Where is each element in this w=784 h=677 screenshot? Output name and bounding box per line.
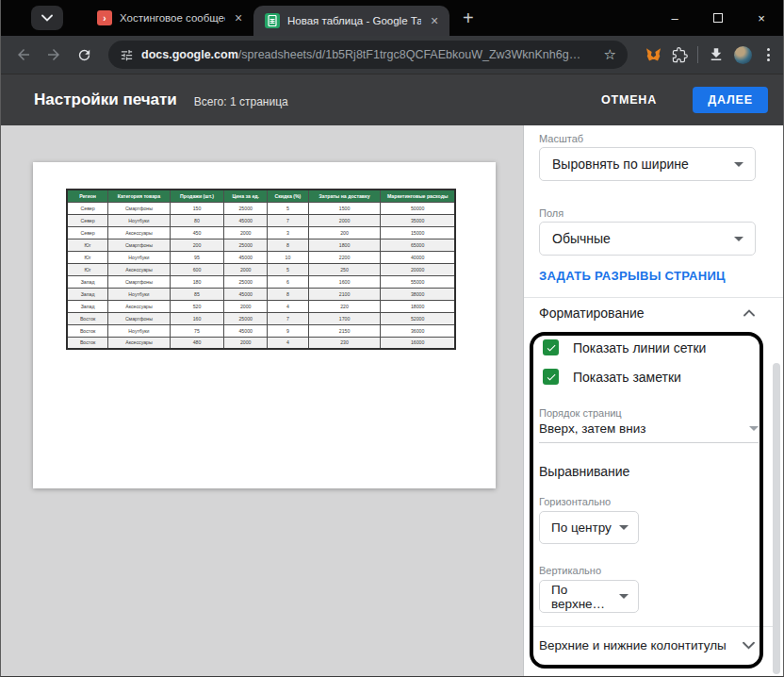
minimize-button[interactable]: – xyxy=(653,11,696,25)
print-settings-header: Настройки печати Всего: 1 страница ОТМЕН… xyxy=(1,74,783,125)
page-order-select[interactable]: Вверх, затем вниз xyxy=(539,421,759,443)
toolbar-separator xyxy=(697,46,698,63)
vertical-align-dropdown[interactable]: По верхне… xyxy=(539,580,639,613)
table-cell: Юг xyxy=(67,239,108,251)
metamask-fox-icon xyxy=(645,46,662,63)
tab-search-button[interactable] xyxy=(31,6,63,30)
page-order-value: Вверх, затем вниз xyxy=(539,421,645,436)
vertical-value: По верхне… xyxy=(551,583,619,611)
table-cell: 200 xyxy=(170,239,224,251)
checkbox-label: Показать заметки xyxy=(573,370,681,385)
download-icon xyxy=(708,46,725,63)
table-cell: 1600 xyxy=(308,275,381,288)
page-title: Настройки печати xyxy=(34,91,177,109)
panel-scrollbar[interactable] xyxy=(773,363,780,674)
table-cell: 45000 xyxy=(224,251,268,263)
tab-bar: › Хостинговое сообщество «Tim × Новая та… xyxy=(1,0,783,36)
profile-button[interactable] xyxy=(734,46,752,64)
tab-google-sheets[interactable]: Новая таблица - Google Табли × xyxy=(253,6,449,36)
table-cell: 15000 xyxy=(381,226,455,239)
table-cell: 55000 xyxy=(381,275,455,288)
table-cell: 85 xyxy=(170,288,224,300)
table-cell: 8 xyxy=(268,239,309,251)
scale-value: Выровнять по ширине xyxy=(552,157,689,172)
table-cell: 480 xyxy=(170,337,224,349)
table-header-cell: Маркетинговые расходы xyxy=(381,190,455,202)
table-cell: 36000 xyxy=(381,324,455,337)
reload-button[interactable] xyxy=(71,41,97,68)
metamask-extension-button[interactable] xyxy=(645,46,662,63)
table-cell: 2000 xyxy=(308,214,381,226)
forward-button[interactable] xyxy=(41,41,67,68)
address-bar[interactable]: docs.google.com/spreadsheets/d/1b5Rj8tF1… xyxy=(108,41,628,69)
table-cell: 220 xyxy=(308,300,381,312)
red-arrow-favicon-icon: › xyxy=(97,10,112,25)
show-gridlines-checkbox-row[interactable]: Показать линии сетки xyxy=(543,339,768,355)
downloads-button[interactable] xyxy=(708,46,725,63)
bookmark-star-icon[interactable]: ☆ xyxy=(604,46,616,63)
checkbox-checked-icon[interactable] xyxy=(543,369,559,385)
set-page-breaks-link[interactable]: ЗАДАТЬ РАЗРЫВЫ СТРАНИЦ xyxy=(539,269,726,283)
table-cell: Смартфоны xyxy=(108,312,171,324)
table-cell: 2200 xyxy=(308,251,381,263)
show-notes-checkbox-row[interactable]: Показать заметки xyxy=(543,369,768,385)
table-cell: Смартфоны xyxy=(108,202,171,214)
table-cell: 4 xyxy=(268,300,309,312)
kebab-menu-icon xyxy=(767,48,770,51)
table-cell: Ноутбуки xyxy=(108,288,171,300)
tab-title: Хостинговое сообщество «Tim xyxy=(120,12,225,24)
extensions-puzzle-icon xyxy=(672,47,688,63)
back-button[interactable] xyxy=(10,41,37,68)
back-arrow-icon xyxy=(15,46,32,63)
table-cell: 4 xyxy=(268,337,309,349)
checkbox-checked-icon[interactable] xyxy=(543,339,559,355)
new-tab-button[interactable]: + xyxy=(463,8,474,27)
table-cell: 9 xyxy=(268,324,309,337)
formatting-section-header[interactable]: Форматирование xyxy=(524,298,783,328)
table-cell: 150 xyxy=(170,202,224,214)
table-cell: 7 xyxy=(268,214,309,226)
table-cell: 16000 xyxy=(381,337,455,349)
margins-dropdown[interactable]: Обычные xyxy=(539,222,756,256)
table-cell: 2150 xyxy=(308,324,381,337)
table-row: ВостокНоутбуки75450009215036000 xyxy=(67,324,455,337)
tab-title: Новая таблица - Google Табли xyxy=(287,15,421,26)
table-cell: 250 xyxy=(308,263,381,275)
reload-icon xyxy=(76,47,92,63)
table-cell: 450 xyxy=(170,226,224,239)
table-cell: 5 xyxy=(268,263,309,275)
headers-footers-section-header[interactable]: Верхние и нижние колонтитулы xyxy=(524,627,783,664)
table-cell: 20000 xyxy=(381,263,455,275)
maximize-button[interactable] xyxy=(696,11,740,25)
table-cell: Север xyxy=(67,226,108,239)
formatting-title: Форматирование xyxy=(539,305,645,321)
next-button[interactable]: ДАЛЕЕ xyxy=(693,87,768,113)
table-cell: 45000 xyxy=(224,324,268,337)
cancel-button[interactable]: ОТМЕНА xyxy=(601,93,657,107)
horizontal-align-dropdown[interactable]: По центру xyxy=(539,511,639,544)
table-cell: 180 xyxy=(170,275,224,288)
headers-footers-title: Верхние и нижние колонтитулы xyxy=(539,638,727,652)
table-cell: 2000 xyxy=(224,300,268,312)
table-cell: Запад xyxy=(67,275,108,288)
table-header-cell: Регион xyxy=(67,190,108,202)
table-cell: 2000 xyxy=(224,337,268,349)
margins-value: Обычные xyxy=(552,231,611,246)
scale-dropdown[interactable]: Выровнять по ширине xyxy=(539,147,756,181)
extensions-button[interactable] xyxy=(672,47,688,63)
table-cell: 200 xyxy=(308,226,381,239)
table-cell: Ноутбуки xyxy=(108,324,171,337)
browser-menu-button[interactable] xyxy=(763,44,774,65)
chevron-down-icon xyxy=(619,525,629,530)
table-row: ЗападНоутбуки85450008210038000 xyxy=(67,288,455,300)
table-cell: 50000 xyxy=(381,202,455,214)
close-tab-icon[interactable]: × xyxy=(427,13,442,28)
url-text: docs.google.com/spreadsheets/d/1b5Rj8tF1… xyxy=(141,48,596,61)
table-cell: 52000 xyxy=(381,312,455,324)
url-host: docs.google.com xyxy=(141,48,238,61)
tab-hosting-community[interactable]: › Хостинговое сообщество «Tim × xyxy=(86,0,253,36)
alignment-title: Выравнивание xyxy=(539,464,768,479)
close-window-button[interactable]: × xyxy=(740,11,783,25)
table-cell: 25000 xyxy=(224,312,268,324)
close-tab-icon[interactable]: × xyxy=(231,10,246,25)
